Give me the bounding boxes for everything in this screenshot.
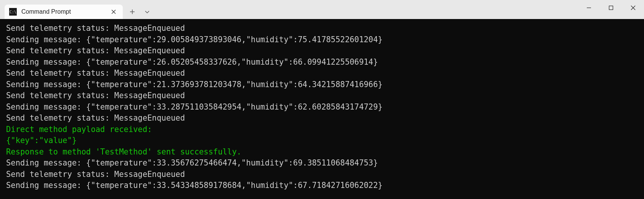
terminal-line: Sending message: {"temperature":33.35676… xyxy=(6,158,638,169)
minimize-icon xyxy=(586,5,591,10)
close-icon xyxy=(631,5,636,10)
close-window-button[interactable] xyxy=(622,0,644,15)
terminal-line: Sending message: {"temperature":26.05205… xyxy=(6,57,638,68)
terminal-line: Send telemetry status: MessageEnqueued xyxy=(6,90,638,102)
window-controls xyxy=(578,0,644,19)
terminal-line: Sending message: {"temperature":29.00584… xyxy=(6,34,638,46)
terminal-output[interactable]: Send telemetry status: MessageEnqueuedSe… xyxy=(0,19,644,199)
tab-dropdown-button[interactable] xyxy=(141,5,153,19)
terminal-line: Send telemetry status: MessageEnqueued xyxy=(6,45,638,57)
terminal-line: Send telemetry status: MessageEnqueued xyxy=(6,68,638,79)
chevron-down-icon xyxy=(145,9,150,14)
svg-rect-5 xyxy=(609,6,613,10)
plus-icon xyxy=(130,9,135,14)
terminal-line: Send telemetry status: MessageEnqueued xyxy=(6,113,638,124)
terminal-window: C:\ Command Prompt xyxy=(0,0,644,199)
maximize-button[interactable] xyxy=(600,0,622,15)
terminal-line: Send telemetry status: MessageEnqueued xyxy=(6,169,638,180)
terminal-line: Sending message: {"temperature":33.54334… xyxy=(6,180,638,191)
tab-command-prompt[interactable]: C:\ Command Prompt xyxy=(5,5,123,19)
minimize-button[interactable] xyxy=(578,0,600,15)
terminal-line: Send telemetry status: MessageEnqueued xyxy=(6,23,638,34)
close-icon xyxy=(111,10,116,14)
terminal-line: {"key":"value"} xyxy=(6,135,638,146)
tab-close-button[interactable] xyxy=(109,7,118,16)
titlebar: C:\ Command Prompt xyxy=(0,0,644,19)
maximize-icon xyxy=(609,5,613,10)
terminal-line: Sending message: {"temperature":21.37369… xyxy=(6,79,638,91)
terminal-line: Direct method payload received: xyxy=(6,124,638,135)
terminal-line: Response to method 'TestMethod' sent suc… xyxy=(6,146,638,158)
new-tab-button[interactable] xyxy=(125,5,140,19)
cmd-icon: C:\ xyxy=(9,8,17,16)
tab-title: Command Prompt xyxy=(21,8,109,15)
terminal-line: Sending message: {"temperature":33.28751… xyxy=(6,102,638,113)
